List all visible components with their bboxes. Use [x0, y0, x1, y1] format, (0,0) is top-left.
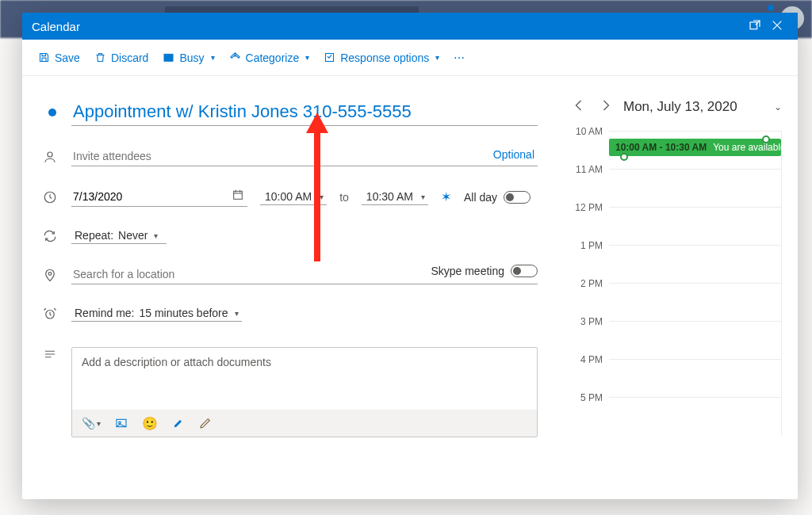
time-slot[interactable]: [609, 131, 781, 169]
event-modal: Calendar Save Discard Busy ▾ Categorize …: [22, 13, 798, 499]
hour-label: 4 PM: [573, 354, 609, 392]
attendees-input[interactable]: [71, 147, 538, 166]
optional-link[interactable]: Optional: [493, 148, 534, 161]
description-textarea[interactable]: Add a description or attach documents: [72, 348, 537, 410]
chevron-down-icon: ▾: [435, 53, 439, 62]
location-icon: [41, 268, 59, 282]
emoji-icon[interactable]: 🙂: [142, 416, 158, 431]
toolbar: Save Discard Busy ▾ Categorize ▾ Respons…: [22, 40, 798, 76]
svg-point-10: [119, 422, 121, 424]
time-slot[interactable]: [609, 245, 781, 283]
svg-rect-6: [234, 191, 243, 199]
time-slot[interactable]: [609, 283, 781, 321]
svg-point-4: [48, 152, 52, 157]
timezone-icon[interactable]: ✶: [441, 189, 451, 204]
reminder-dropdown[interactable]: Remind me: 15 minutes before ▾: [71, 305, 242, 322]
event-form: Optional 10:00 AM ▾ to: [22, 76, 560, 499]
repeat-dropdown[interactable]: Repeat: Never ▾: [71, 227, 167, 244]
event-title-input[interactable]: [71, 98, 538, 126]
chevron-down-icon: ▾: [421, 193, 425, 201]
svg-point-7: [48, 272, 52, 275]
time-slot[interactable]: [609, 359, 781, 397]
attach-icon[interactable]: 📎▾: [82, 417, 101, 429]
window-title: Calendar: [32, 20, 80, 33]
hour-label: 11 AM: [573, 164, 609, 202]
clock-icon: [41, 190, 59, 204]
repeat-icon: [41, 229, 59, 243]
chevron-down-icon: ▾: [211, 53, 215, 62]
save-button[interactable]: Save: [38, 52, 80, 64]
formatting-bar: 📎▾ 🙂: [72, 410, 537, 437]
hour-label: 10 AM: [573, 126, 609, 164]
highlight-icon[interactable]: [172, 417, 185, 429]
skype-toggle[interactable]: [511, 265, 538, 277]
time-slot[interactable]: [609, 169, 781, 207]
reminder-icon: [41, 307, 59, 321]
skype-label: Skype meeting: [431, 265, 504, 277]
chevron-down-icon: ▾: [305, 53, 309, 62]
response-options-dropdown[interactable]: Response options ▾: [324, 52, 439, 64]
hour-label: 1 PM: [573, 240, 609, 278]
person-icon: [41, 150, 59, 164]
hour-label: 5 PM: [573, 392, 609, 430]
description-box: Add a description or attach documents 📎▾…: [71, 347, 538, 437]
color-bullet: [48, 109, 56, 116]
chevron-down-icon: ▾: [320, 193, 324, 201]
next-day[interactable]: [598, 98, 612, 115]
day-label: Mon, July 13, 2020: [623, 99, 763, 115]
discard-button[interactable]: Discard: [94, 52, 148, 64]
chevron-down-icon: ▾: [154, 231, 158, 240]
svg-rect-1: [42, 58, 46, 61]
calendar-picker-icon[interactable]: [232, 189, 244, 204]
end-time-input[interactable]: 10:30 AM ▾: [362, 189, 428, 205]
day-view: Mon, July 13, 2020 ⌄ 10:00 AM - 10:30 AM…: [560, 76, 798, 499]
allday-toggle[interactable]: [504, 191, 530, 204]
time-slot[interactable]: [609, 397, 781, 435]
hour-label: 2 PM: [573, 278, 609, 316]
titlebar: Calendar: [22, 13, 798, 40]
date-input[interactable]: [71, 187, 247, 207]
expand-icon[interactable]: ⌄: [774, 101, 782, 113]
pen-icon[interactable]: [199, 417, 212, 429]
to-label: to: [339, 191, 349, 204]
picture-icon[interactable]: [115, 417, 128, 429]
svg-rect-2: [164, 54, 173, 61]
close-icon[interactable]: [766, 19, 788, 34]
popout-icon[interactable]: [744, 19, 766, 34]
time-slot[interactable]: [609, 321, 781, 359]
time-slot[interactable]: [609, 207, 781, 245]
hour-label: 3 PM: [573, 316, 609, 354]
categorize-dropdown[interactable]: Categorize ▾: [229, 52, 310, 64]
overflow-menu[interactable]: ⋯: [454, 52, 465, 64]
busy-dropdown[interactable]: Busy ▾: [163, 52, 214, 64]
description-icon: [41, 347, 59, 361]
chevron-down-icon: ▾: [235, 309, 239, 318]
start-time-input[interactable]: 10:00 AM ▾: [260, 189, 327, 205]
prev-day[interactable]: [573, 98, 587, 115]
allday-label: All day: [464, 191, 497, 204]
hour-label: 12 PM: [573, 202, 609, 240]
svg-rect-0: [750, 22, 757, 29]
